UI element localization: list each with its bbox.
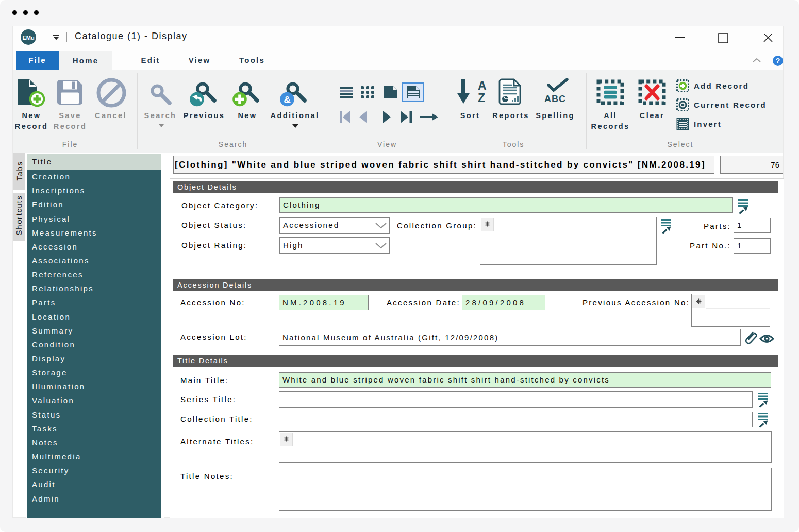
svg-text:Z: Z	[478, 91, 485, 105]
svg-text:EMu: EMu	[22, 35, 34, 41]
svg-text:A: A	[478, 79, 487, 92]
svg-text:?: ?	[776, 57, 780, 65]
svg-text:&: &	[284, 94, 291, 105]
